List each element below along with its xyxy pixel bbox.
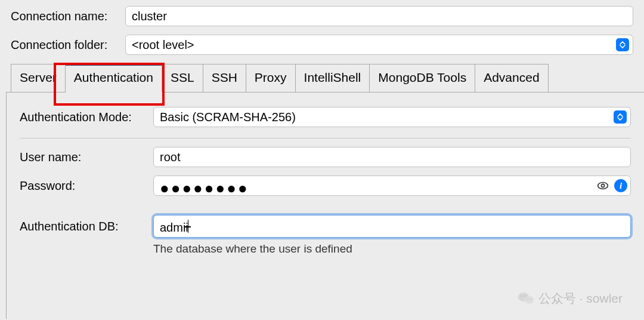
connection-folder-select[interactable]: <root level> <box>125 35 633 55</box>
auth-mode-label: Authentication Mode: <box>20 110 145 124</box>
wechat-icon <box>517 291 535 306</box>
password-masked-value: ●●●●●●●● <box>160 180 249 196</box>
auth-db-value: admii <box>160 221 188 234</box>
wechat-watermark: 公众号 · sowler <box>517 290 623 307</box>
dropdown-arrows-icon <box>614 110 627 124</box>
tab-authentication[interactable]: Authentication <box>66 64 162 93</box>
auth-db-label: Authentication DB: <box>20 220 145 233</box>
tab-ssh[interactable]: SSH <box>203 64 246 93</box>
username-input[interactable] <box>153 147 631 167</box>
tab-server[interactable]: Server <box>11 64 66 93</box>
username-label: User name: <box>20 150 145 164</box>
tab-ssl[interactable]: SSL <box>162 64 203 93</box>
info-icon[interactable]: i <box>614 179 627 192</box>
svg-point-4 <box>521 296 522 297</box>
separator <box>20 138 631 139</box>
tab-mongodb-tools[interactable]: MongoDB Tools <box>370 64 475 93</box>
connection-folder-value: <root level> <box>132 38 616 52</box>
watermark-text: 公众号 · sowler <box>538 290 623 307</box>
auth-mode-value: Basic (SCRAM-SHA-256) <box>160 110 614 124</box>
auth-db-hint: The database where the user is defined <box>153 242 631 256</box>
auth-mode-select[interactable]: Basic (SCRAM-SHA-256) <box>153 107 631 127</box>
connection-name-input[interactable] <box>125 6 633 26</box>
dropdown-arrows-icon <box>616 38 629 51</box>
tab-intellishell[interactable]: IntelliShell <box>296 64 370 93</box>
tab-proxy[interactable]: Proxy <box>246 64 296 93</box>
password-label: Password: <box>20 179 145 193</box>
eye-icon[interactable] <box>596 179 609 192</box>
text-cursor-icon <box>185 220 191 233</box>
svg-point-7 <box>530 299 531 300</box>
svg-point-0 <box>598 183 608 189</box>
tab-advanced[interactable]: Advanced <box>475 64 548 93</box>
connection-name-label: Connection name: <box>11 10 117 23</box>
svg-point-5 <box>524 296 526 297</box>
svg-point-3 <box>525 296 534 304</box>
svg-point-1 <box>601 184 604 187</box>
svg-point-6 <box>527 299 528 300</box>
password-input[interactable]: ●●●●●●●● <box>153 176 631 196</box>
auth-db-input[interactable]: admii <box>153 215 631 238</box>
connection-folder-label: Connection folder: <box>11 38 117 52</box>
